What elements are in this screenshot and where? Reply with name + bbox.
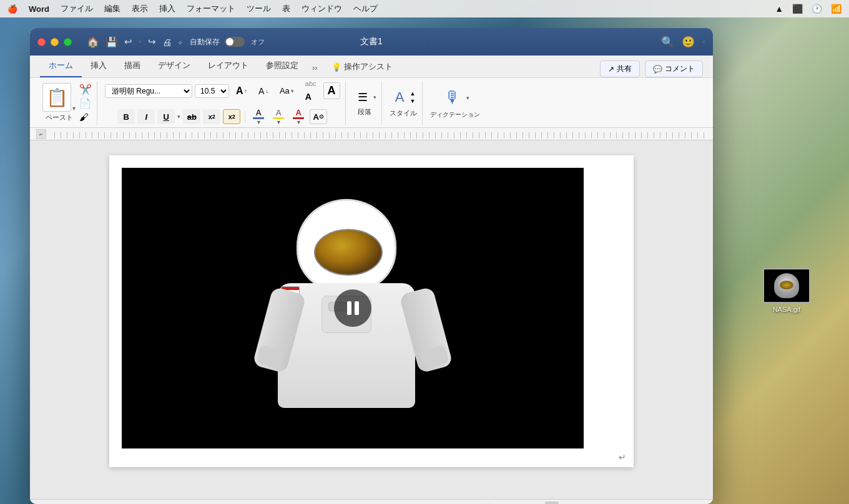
ruler: ⌐ bbox=[30, 128, 713, 140]
clear-format-btn[interactable]: A bbox=[301, 90, 321, 104]
style-up-arrow[interactable]: ▲ bbox=[410, 90, 415, 97]
tab-layout[interactable]: レイアウト bbox=[199, 56, 257, 77]
menu-view[interactable]: 表示 bbox=[132, 3, 148, 14]
ruler-tab[interactable]: ⌐ bbox=[36, 129, 46, 139]
font-row2: B I U ▾ ab x2 x2 A ▾ A ▾ A bbox=[117, 106, 327, 127]
change-case-button[interactable]: Aa▾ bbox=[275, 84, 298, 97]
menu-tools[interactable]: ツール bbox=[247, 3, 271, 14]
font-size-select[interactable]: 10.5 bbox=[195, 84, 229, 98]
view-read-btn[interactable]: ≡ bbox=[587, 502, 601, 505]
font-color-dropdown[interactable]: ▾ bbox=[257, 119, 260, 125]
italic-button[interactable]: I bbox=[137, 109, 155, 124]
paragraph-format-btn[interactable]: ☰ bbox=[353, 89, 372, 106]
bold-button[interactable]: B bbox=[117, 109, 135, 124]
pause-button[interactable] bbox=[334, 289, 371, 327]
document-area: ↵ bbox=[30, 140, 713, 499]
paste-group: 📋 ▾ ペースト ✂️ 📄 🖌 bbox=[37, 81, 97, 125]
tab-home[interactable]: ホーム bbox=[40, 56, 82, 77]
comment-button[interactable]: 💬 コメント bbox=[645, 61, 703, 77]
format-painter-icon[interactable]: 🖌 bbox=[79, 112, 92, 122]
text-color-dropdown[interactable]: ▾ bbox=[297, 119, 300, 125]
menu-window[interactable]: ウィンドウ bbox=[302, 3, 342, 14]
wifi-icon[interactable]: 📶 bbox=[831, 4, 842, 14]
tab-more[interactable]: ›› bbox=[307, 59, 323, 77]
superscript-button[interactable]: x2 bbox=[223, 109, 240, 124]
tab-design[interactable]: デザイン bbox=[149, 56, 199, 77]
undo-dropdown[interactable]: ▾ bbox=[139, 39, 142, 45]
font-size-increase[interactable]: A↑ bbox=[232, 84, 252, 99]
pause-icon bbox=[347, 301, 359, 315]
strikethrough-button[interactable]: ab bbox=[183, 109, 200, 124]
tab-assist[interactable]: 💡 操作アシスト bbox=[323, 57, 401, 77]
text-color-button[interactable]: A ▾ bbox=[290, 106, 307, 127]
document-title: 文書1 bbox=[360, 36, 383, 47]
menu-edit[interactable]: 編集 bbox=[104, 3, 120, 14]
copy-icon[interactable]: 📄 bbox=[79, 98, 92, 109]
paragraph-dropdown[interactable]: ▾ bbox=[373, 94, 376, 100]
astronaut-visor bbox=[314, 229, 383, 276]
font-name-select[interactable]: 游明朝 Regu... bbox=[105, 84, 192, 98]
more-button[interactable]: ⬦ bbox=[178, 37, 182, 46]
text-effects-button[interactable]: A⊙ bbox=[310, 109, 327, 124]
smiley-dropdown[interactable]: ▾ bbox=[702, 39, 705, 45]
menu-format[interactable]: フォーマット bbox=[187, 3, 235, 14]
dictation-btn[interactable]: 🎙 bbox=[440, 86, 465, 109]
font-color-button[interactable]: A ▾ bbox=[250, 106, 267, 127]
undo-button[interactable]: ↩ bbox=[124, 36, 132, 47]
tab-references[interactable]: 参照設定 bbox=[257, 56, 307, 77]
dictation-dropdown[interactable]: ▾ bbox=[466, 95, 469, 101]
comment-icon: 💬 bbox=[653, 65, 662, 74]
apple-menu[interactable]: 🍎 bbox=[7, 4, 17, 14]
desktop-file-icon[interactable]: NASA.gif bbox=[762, 268, 812, 313]
highlight-color-button[interactable]: A ▾ bbox=[270, 106, 287, 127]
menu-insert[interactable]: 挿入 bbox=[159, 3, 175, 14]
cut-icon[interactable]: ✂️ bbox=[79, 84, 92, 95]
print-button[interactable]: 🖨 bbox=[162, 37, 172, 47]
menu-table[interactable]: 表 bbox=[282, 3, 290, 14]
font-size-decrease[interactable]: A↓ bbox=[254, 84, 273, 98]
tab-insert[interactable]: 挿入 bbox=[82, 56, 115, 77]
notification-icon[interactable]: ▲ bbox=[775, 4, 783, 14]
close-button[interactable] bbox=[37, 38, 46, 46]
home-icon[interactable]: 🏠 bbox=[87, 36, 99, 48]
highlight-color-dropdown[interactable]: ▾ bbox=[277, 119, 280, 125]
glove-left bbox=[256, 344, 285, 369]
paste-label: ペースト bbox=[46, 113, 73, 122]
style-btn[interactable]: A bbox=[391, 87, 409, 107]
smiley-icon[interactable]: 🙂 bbox=[682, 36, 695, 49]
file-label: NASA.gif bbox=[773, 306, 801, 313]
view-layout-btn[interactable]: ▦ bbox=[545, 502, 559, 505]
autosave-label: 自動保存 bbox=[190, 37, 220, 47]
highlight-btn[interactable]: abc bbox=[301, 78, 321, 89]
word-window: 🏠 💾 ↩ ▾ ↪ 🖨 ⬦ 自動保存 オフ 文書1 🔍 🙂 ▾ ホーム 挿入 描… bbox=[30, 28, 713, 504]
screen-icon[interactable]: ⬛ bbox=[792, 4, 803, 14]
astronaut-helmet bbox=[297, 199, 396, 293]
menu-help[interactable]: ヘルプ bbox=[353, 3, 378, 14]
autosave-toggle[interactable] bbox=[225, 37, 245, 47]
search-icon[interactable]: 🔍 bbox=[661, 36, 674, 49]
large-a-btn[interactable]: A bbox=[323, 82, 340, 99]
menu-file[interactable]: ファイル bbox=[61, 3, 93, 14]
view-outline-btn[interactable]: ☰ bbox=[566, 502, 580, 505]
glove-right bbox=[420, 344, 449, 369]
maximize-button[interactable] bbox=[64, 38, 72, 46]
style-label: スタイル bbox=[390, 109, 417, 118]
font-group: 游明朝 Regu... 10.5 A↑ A↓ Aa▾ abc A A B I U… bbox=[100, 81, 346, 125]
paste-dropdown[interactable]: ▾ bbox=[72, 105, 76, 112]
share-button[interactable]: ↗ 共有 bbox=[600, 61, 640, 77]
subscript-button[interactable]: x2 bbox=[203, 109, 220, 124]
minimize-button[interactable] bbox=[51, 38, 59, 46]
clock-icon[interactable]: 🕐 bbox=[812, 4, 822, 14]
gif-image[interactable] bbox=[122, 168, 584, 448]
document-page: ↵ bbox=[109, 155, 634, 467]
redo-button[interactable]: ↪ bbox=[148, 36, 156, 47]
underline-button[interactable]: U bbox=[157, 109, 175, 124]
title-bar: 🏠 💾 ↩ ▾ ↪ 🖨 ⬦ 自動保存 オフ 文書1 🔍 🙂 ▾ bbox=[30, 28, 713, 56]
paste-button[interactable]: 📋 bbox=[42, 83, 71, 112]
save-icon[interactable]: 💾 bbox=[106, 36, 118, 48]
app-name[interactable]: Word bbox=[29, 4, 49, 14]
style-down-arrow[interactable]: ▼ bbox=[410, 98, 415, 104]
underline-dropdown[interactable]: ▾ bbox=[177, 114, 180, 120]
status-bar: 1/1 ページ 0 文字 ✓ 英語 (米国) ⬜ フォーカス ▦ ☰ ≡ − +… bbox=[30, 499, 713, 504]
tab-draw[interactable]: 描画 bbox=[115, 56, 149, 77]
